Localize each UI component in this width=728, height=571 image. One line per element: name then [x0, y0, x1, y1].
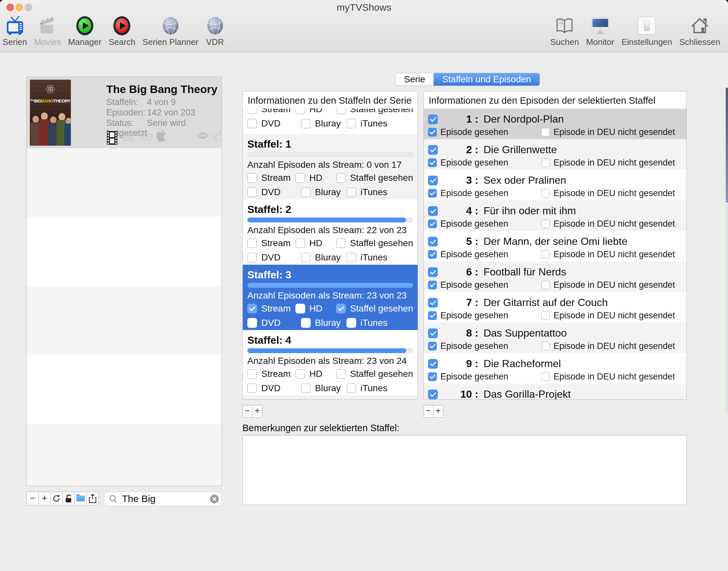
episode-checkbox[interactable] — [428, 359, 438, 369]
episode-deu-checkbox[interactable] — [541, 128, 550, 137]
dvd-checkbox[interactable] — [247, 119, 257, 128]
dvd-checkbox[interactable] — [247, 187, 257, 197]
season-block[interactable]: Staffel: 4Anzahl Episoden als Stream: 23… — [243, 330, 418, 395]
dvd-checkbox[interactable] — [247, 318, 257, 328]
gesehen-checkbox[interactable] — [336, 238, 346, 248]
search-input[interactable] — [121, 493, 210, 505]
itunes-checkbox[interactable] — [346, 119, 356, 128]
gesehen-checkbox[interactable] — [336, 304, 346, 314]
episode-row[interactable]: 10:Das Gorilla-ProjektEpisode gesehenEpi… — [424, 384, 686, 399]
dvd-checkbox[interactable] — [247, 253, 257, 262]
episode-row-selected[interactable]: 1:Der Nordpol-PlanEpisode gesehenEpisode… — [424, 109, 686, 139]
empty-list-rows[interactable] — [27, 148, 222, 486]
episode-checkbox[interactable] — [428, 114, 438, 124]
itunes-checkbox[interactable] — [346, 318, 356, 328]
episode-row[interactable]: 3:Sex oder PralinenEpisode gesehenEpisod… — [424, 170, 686, 200]
episode-row[interactable]: 6:Football für NerdsEpisode gesehenEpiso… — [424, 261, 686, 292]
bluray-checkbox[interactable] — [301, 318, 311, 328]
add-series-button[interactable]: + — [38, 492, 51, 505]
episode-gesehen-checkbox[interactable] — [428, 128, 437, 137]
gesehen-checkbox[interactable] — [336, 173, 346, 183]
toolbar-search[interactable]: Search — [109, 16, 135, 47]
episode-checkbox[interactable] — [428, 298, 438, 308]
episode-gesehen-checkbox[interactable] — [428, 158, 437, 167]
episode-deu-checkbox[interactable] — [541, 158, 550, 167]
itunes-checkbox[interactable] — [346, 253, 356, 262]
stream-checkbox[interactable] — [247, 238, 257, 248]
toolbar-vdr[interactable]: VDR — [206, 16, 225, 47]
remove-series-button[interactable]: − — [26, 492, 39, 505]
bluray-checkbox[interactable] — [301, 119, 311, 128]
hd-checkbox[interactable] — [295, 238, 305, 248]
checkbox-cell: Staffel gesehen — [336, 303, 413, 314]
tab-staffeln-und-episoden[interactable]: Staffeln und Episoden — [434, 73, 539, 86]
episode-checkbox[interactable] — [428, 176, 438, 185]
stream-checkbox[interactable] — [247, 304, 257, 314]
episode-deu-checkbox[interactable] — [541, 311, 550, 320]
dvd-icon: DVD — [122, 132, 137, 142]
episode-checkbox[interactable] — [428, 267, 438, 277]
episode-checkbox[interactable] — [428, 206, 438, 216]
itunes-checkbox[interactable] — [346, 383, 356, 393]
lock-button[interactable] — [62, 492, 75, 505]
episode-deu-checkbox[interactable] — [541, 342, 550, 351]
episode-deu-checkbox[interactable] — [541, 280, 550, 290]
episode-gesehen-checkbox[interactable] — [428, 280, 437, 290]
remove-season-button[interactable]: − — [243, 405, 253, 418]
series-list-item-selected[interactable]: theBIGBANGTHEORY The Big Bang Theory Sta… — [27, 77, 222, 148]
episode-deu-checkbox[interactable] — [541, 220, 550, 228]
notes-textarea[interactable] — [243, 435, 687, 505]
season-block[interactable]: Staffel: 1Anzahl Episoden als Stream: 0 … — [243, 134, 418, 199]
refresh-button[interactable] — [50, 492, 63, 505]
bluray-checkbox[interactable] — [301, 383, 311, 393]
episode-row[interactable]: 9:Die RacheformelEpisode gesehenEpisode … — [424, 353, 686, 384]
hd-checkbox[interactable] — [295, 173, 305, 183]
episode-checkbox[interactable] — [428, 237, 438, 246]
remove-episode-button[interactable]: − — [424, 405, 434, 418]
share-button[interactable] — [87, 492, 99, 505]
toolbar-serien[interactable]: Serien — [3, 16, 27, 47]
gesehen-checkbox[interactable] — [336, 369, 346, 379]
episode-deu-checkbox[interactable] — [541, 372, 550, 381]
checkbox-label: iTunes — [360, 383, 388, 393]
season-block-selected[interactable]: Staffel: 3Anzahl Episoden als Stream: 23… — [243, 265, 418, 330]
toolbar-einstellungen[interactable]: Einstellungen — [621, 16, 672, 47]
toolbar-schliessen[interactable]: Schliessen — [679, 16, 720, 47]
toolbar-suchen[interactable]: Suchen — [550, 16, 579, 47]
itunes-checkbox[interactable] — [346, 187, 356, 197]
episode-row[interactable]: 8:Das SuppentattooEpisode gesehenEpisode… — [424, 323, 686, 353]
episode-gesehen-checkbox[interactable] — [428, 220, 437, 228]
hd-checkbox[interactable] — [295, 304, 305, 314]
stream-checkbox[interactable] — [247, 173, 257, 183]
episode-row[interactable]: 7:Der Gitarrist auf der CouchEpisode ges… — [424, 292, 686, 323]
toolbar-monitor[interactable]: Monitor — [586, 16, 614, 47]
toolbar-serien-planner[interactable]: Serien Planner — [143, 16, 198, 47]
toolbar-movies[interactable]: Movies — [34, 16, 61, 47]
episode-row[interactable]: 2:Die GrillenwetteEpisode gesehenEpisode… — [424, 139, 686, 170]
episode-deu-checkbox[interactable] — [541, 189, 550, 198]
episode-checkbox[interactable] — [428, 145, 438, 155]
stream-checkbox[interactable] — [247, 369, 257, 379]
tab-serie[interactable]: Serie — [396, 73, 434, 86]
clear-search-icon[interactable] — [210, 494, 219, 503]
episode-row[interactable]: 4:Für ihn oder mit ihmEpisode gesehenEpi… — [424, 200, 686, 231]
episode-gesehen-checkbox[interactable] — [428, 311, 437, 320]
dvd-checkbox[interactable] — [247, 383, 257, 393]
episode-gesehen-checkbox[interactable] — [428, 342, 437, 351]
episode-row[interactable]: 5:Der Mann, der seine Omi liebteEpisode … — [424, 231, 686, 261]
episode-gesehen-checkbox[interactable] — [428, 372, 437, 381]
bluray-checkbox[interactable] — [301, 187, 311, 197]
add-season-button[interactable]: + — [252, 405, 262, 418]
episode-checkbox[interactable] — [428, 328, 438, 338]
season-block[interactable]: Staffel: 2Anzahl Episoden als Stream: 22… — [243, 199, 418, 265]
episode-checkbox[interactable] — [428, 389, 438, 399]
add-episode-button[interactable]: + — [433, 405, 443, 418]
toolbar-manager[interactable]: Manager — [68, 16, 102, 47]
episode-gesehen-checkbox[interactable] — [428, 250, 437, 259]
episode-gesehen-checkbox[interactable] — [428, 189, 437, 198]
season-block[interactable]: Staffel: 5Anzahl Episoden als Stream: 24… — [243, 395, 418, 399]
episode-deu-checkbox[interactable] — [541, 250, 550, 259]
folder-button[interactable] — [75, 492, 87, 505]
hd-checkbox[interactable] — [295, 369, 305, 379]
bluray-checkbox[interactable] — [301, 253, 311, 262]
